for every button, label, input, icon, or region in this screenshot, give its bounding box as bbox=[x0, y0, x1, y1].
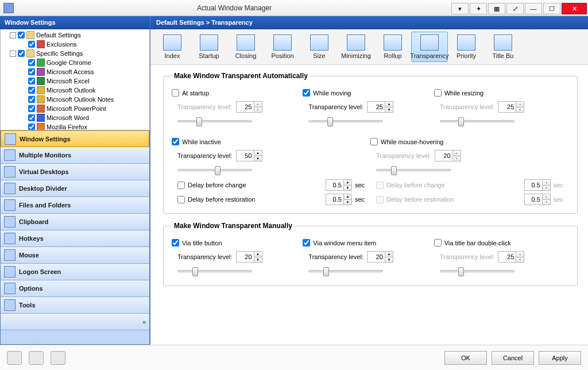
toolbar-size[interactable]: Size bbox=[301, 32, 338, 62]
dblclick-level-spinner[interactable]: ▲▼ bbox=[498, 251, 524, 263]
toolbar-closing[interactable]: Closing bbox=[227, 32, 264, 62]
via-title-button-input[interactable] bbox=[172, 239, 179, 246]
inactive-delay-restore-input[interactable] bbox=[326, 194, 343, 205]
spin-up-icon[interactable]: ▲ bbox=[385, 252, 393, 257]
via-menu-input[interactable] bbox=[303, 239, 310, 246]
while-hover-checkbox[interactable]: While mouse-hovering bbox=[370, 138, 563, 145]
tree-checkbox[interactable] bbox=[28, 105, 35, 112]
spin-up-icon[interactable]: ▲ bbox=[254, 252, 262, 257]
tree-item[interactable]: Microsoft PowerPoint bbox=[3, 104, 149, 113]
hover-level-input[interactable] bbox=[435, 151, 452, 161]
nav-item-hotkeys[interactable]: Hotkeys bbox=[1, 230, 149, 247]
tree-checkbox[interactable] bbox=[28, 41, 35, 48]
tree-checkbox[interactable] bbox=[28, 96, 35, 103]
tree-checkbox[interactable] bbox=[28, 87, 35, 94]
tree-item[interactable]: -Specific Settings bbox=[3, 49, 149, 58]
spin-down-icon[interactable]: ▼ bbox=[385, 107, 393, 113]
nav-item-virtual-desktops[interactable]: Virtual Desktops bbox=[1, 164, 149, 180]
spin-down-icon[interactable]: ▼ bbox=[344, 186, 351, 191]
spin-down-icon[interactable]: ▼ bbox=[254, 156, 262, 161]
while-hover-input[interactable] bbox=[370, 138, 378, 145]
ok-button[interactable]: OK bbox=[444, 351, 487, 365]
toolbar-startup[interactable]: Startup bbox=[191, 32, 227, 62]
resizing-level-spinner[interactable]: ▲▼ bbox=[498, 101, 524, 113]
inactive-level-input[interactable] bbox=[237, 151, 254, 161]
inactive-slider[interactable] bbox=[177, 165, 252, 176]
tree-checkbox[interactable] bbox=[28, 114, 35, 121]
nav-item-options[interactable]: Options bbox=[1, 280, 149, 297]
apply-button[interactable]: Apply bbox=[539, 351, 581, 365]
startup-level-input[interactable] bbox=[237, 102, 254, 112]
via-menu-checkbox[interactable]: Via window menu item bbox=[303, 239, 428, 246]
titlebtn-level-spinner[interactable]: ▲▼ bbox=[236, 251, 262, 263]
dblclick-slider[interactable] bbox=[440, 266, 514, 278]
tree-checkbox[interactable] bbox=[28, 124, 35, 130]
menu-level-input[interactable] bbox=[368, 252, 385, 262]
settings-tree[interactable]: -Default SettingsExclusions-Specific Set… bbox=[0, 29, 150, 130]
toolbar-minimizing[interactable]: Minimizing bbox=[338, 32, 374, 62]
inactive-level-spinner[interactable]: ▲▼ bbox=[236, 150, 262, 161]
nav-item-logon-screen[interactable]: Logon Screen bbox=[1, 264, 149, 280]
spin-down-icon[interactable]: ▼ bbox=[453, 156, 461, 161]
moving-slider[interactable] bbox=[308, 116, 383, 128]
via-title-button-checkbox[interactable]: Via title button bbox=[172, 239, 297, 246]
spin-down-icon[interactable]: ▼ bbox=[344, 200, 351, 205]
nav-item-clipboard[interactable]: Clipboard bbox=[1, 214, 149, 230]
extra-btn-4[interactable]: ⤢ bbox=[506, 3, 524, 14]
expander-icon[interactable]: - bbox=[10, 32, 16, 38]
moving-level-input[interactable] bbox=[368, 102, 385, 112]
nav-expand[interactable]: » bbox=[1, 314, 149, 330]
spin-up-icon[interactable]: ▲ bbox=[254, 102, 262, 107]
titlebtn-slider[interactable] bbox=[177, 266, 252, 278]
expander-icon[interactable]: - bbox=[10, 51, 16, 57]
extra-btn-3[interactable]: ▦ bbox=[488, 3, 505, 14]
toolbar-index[interactable]: Index bbox=[154, 32, 191, 62]
nav-item-tools[interactable]: Tools bbox=[1, 297, 149, 314]
menu-slider[interactable] bbox=[308, 266, 383, 278]
while-inactive-input[interactable] bbox=[172, 138, 179, 145]
via-dblclick-input[interactable] bbox=[434, 239, 442, 246]
spin-down-icon[interactable]: ▼ bbox=[385, 257, 393, 263]
close-button[interactable]: ✕ bbox=[562, 3, 587, 14]
inactive-delay-change[interactable]: Delay before change ▲▼ sec bbox=[177, 179, 365, 191]
toolbar-title-bu[interactable]: Title Bu bbox=[485, 32, 521, 62]
inactive-delay-change-chk[interactable] bbox=[177, 182, 185, 189]
tree-item[interactable]: Exclusions bbox=[3, 40, 149, 49]
startup-slider[interactable] bbox=[177, 116, 252, 128]
tree-item[interactable]: Google Chrome bbox=[3, 58, 149, 67]
tree-checkbox[interactable] bbox=[18, 50, 25, 57]
while-moving-input[interactable] bbox=[303, 89, 310, 97]
inactive-delay-restore-spin[interactable]: ▲▼ bbox=[326, 194, 352, 205]
tree-item[interactable]: Microsoft Word bbox=[3, 113, 149, 122]
spin-down-icon[interactable]: ▼ bbox=[516, 257, 524, 263]
undo-icon[interactable] bbox=[29, 351, 44, 365]
nav-item-files-and-folders[interactable]: Files and Folders bbox=[1, 197, 149, 214]
inactive-delay-change-input[interactable] bbox=[326, 180, 343, 190]
spin-up-icon[interactable]: ▲ bbox=[254, 151, 262, 156]
extra-btn-1[interactable]: ▾ bbox=[451, 3, 469, 14]
tree-checkbox[interactable] bbox=[18, 32, 25, 38]
spin-down-icon[interactable]: ▼ bbox=[516, 107, 524, 113]
extra-btn-2[interactable]: ✦ bbox=[470, 3, 487, 14]
while-moving-checkbox[interactable]: While moving bbox=[303, 89, 428, 97]
resizing-slider[interactable] bbox=[440, 116, 514, 128]
spin-up-icon[interactable]: ▲ bbox=[516, 102, 524, 107]
tree-item[interactable]: -Default Settings bbox=[3, 30, 149, 40]
nav-item-window-settings[interactable]: Window Settings bbox=[1, 130, 149, 147]
spin-up-icon[interactable]: ▲ bbox=[516, 252, 524, 257]
toolbar-position[interactable]: Position bbox=[264, 32, 301, 62]
tree-checkbox[interactable] bbox=[28, 59, 35, 66]
inactive-delay-restore-chk[interactable] bbox=[177, 196, 185, 203]
spin-down-icon[interactable]: ▼ bbox=[254, 257, 262, 263]
moving-level-spinner[interactable]: ▲▼ bbox=[367, 101, 393, 113]
while-inactive-checkbox[interactable]: While inactive bbox=[172, 138, 365, 145]
toolbar-priority[interactable]: Priority bbox=[448, 32, 485, 62]
toolbar-transparency[interactable]: Transparency bbox=[411, 32, 448, 62]
hover-slider[interactable] bbox=[376, 165, 451, 176]
redo-icon[interactable] bbox=[51, 351, 65, 365]
tree-item[interactable]: Microsoft Outlook Notes bbox=[3, 95, 149, 104]
tree-item[interactable]: Microsoft Access bbox=[3, 67, 149, 76]
startup-level-spinner[interactable]: ▲▼ bbox=[236, 101, 262, 113]
at-startup-checkbox[interactable]: At startup bbox=[172, 89, 297, 97]
dblclick-level-input[interactable] bbox=[498, 252, 516, 262]
